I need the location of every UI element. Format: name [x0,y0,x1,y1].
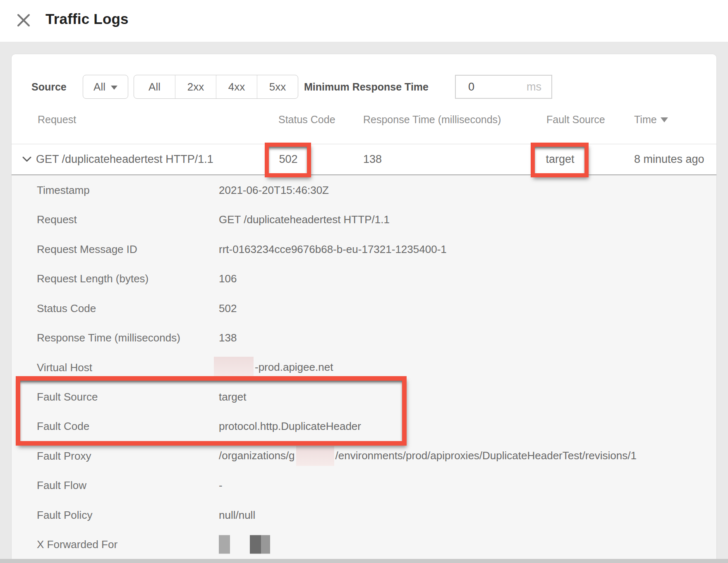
detail-label: Fault Flow [37,479,86,492]
detail-label: Fault Proxy [37,449,91,462]
detail-value-text: /environments/prod/apiproxies/DuplicateH… [335,449,637,462]
detail-row-request-message-id: Request Message ID rrt-0163234cce9676b68… [12,234,716,264]
min-response-time-label: Minimum Response Time [304,75,429,99]
log-detail-panel: Timestamp 2021-06-20T15:46:30Z Request G… [12,174,716,559]
detail-row-request-length: Request Length (bytes) 106 [12,264,716,293]
row-request: GET /duplicateheadertest HTTP/1.1 [36,144,213,174]
log-row[interactable]: GET /duplicateheadertest HTTP/1.1 502 13… [12,144,716,174]
detail-value: /organizations/g /environments/prod/apip… [219,446,637,466]
detail-value: GET /duplicateheadertest HTTP/1.1 [219,213,390,226]
page-title: Traffic Logs [46,11,129,27]
detail-label: X Forwarded For [37,538,117,551]
row-time: 8 minutes ago [634,144,704,174]
sort-descending-icon [661,117,668,122]
detail-label: Response Time (milliseconds) [37,332,180,344]
source-dropdown[interactable]: All [83,75,128,99]
column-header-request: Request [38,112,76,127]
detail-label: Status Code [37,302,96,315]
min-response-time-unit: ms [527,81,541,93]
detail-value-text: /organizations/g [219,449,295,462]
column-header-status-code: Status Code [278,112,335,127]
redaction-block [219,535,230,554]
status-filter-5xx[interactable]: 5xx [257,75,298,98]
column-header-time-sort[interactable]: Time [634,112,668,127]
detail-label: Virtual Host [37,361,92,374]
chevron-expand-icon[interactable] [22,156,31,164]
detail-row-fault-code: Fault Code protocol.http.DuplicateHeader [12,412,716,441]
detail-value: rrt-0163234cce9676b68-b-eu-17321-1235400… [219,243,447,255]
detail-row-timestamp: Timestamp 2021-06-20T15:46:30Z [12,175,716,205]
detail-row-status-code: Status Code 502 [12,293,716,323]
column-header-time-label: Time [634,112,657,127]
top-header: Traffic Logs [0,0,728,42]
close-button[interactable] [14,11,33,30]
close-icon [15,24,32,30]
detail-label: Fault Policy [37,508,92,521]
detail-value: 106 [219,272,237,285]
source-label: Source [31,75,67,99]
redaction-block [214,357,254,378]
detail-label: Fault Code [37,420,89,433]
detail-value: 2021-06-20T15:46:30Z [219,184,329,196]
detail-row-fault-source: Fault Source target [12,382,716,411]
detail-row-request: Request GET /duplicateheadertest HTTP/1.… [12,205,716,234]
row-fault-source: target [531,144,589,174]
source-dropdown-value: All [93,81,105,93]
detail-label: Fault Source [37,391,98,403]
detail-row-response-time: Response Time (milliseconds) 138 [12,323,716,352]
detail-value: 502 [219,302,237,315]
detail-label: Request Length (bytes) [37,272,148,285]
page-bottom-edge [0,559,728,563]
row-status-code: 502 [265,144,311,174]
redaction-block [250,535,270,554]
detail-row-fault-flow: Fault Flow - [12,471,716,500]
status-filter-all[interactable]: All [134,75,175,98]
status-filter-2xx[interactable]: 2xx [175,75,216,98]
status-filter-4xx[interactable]: 4xx [216,75,257,98]
detail-row-fault-proxy: Fault Proxy /organizations/g /environmen… [12,441,716,470]
detail-label: Timestamp [37,184,90,196]
min-response-time-field: ms [455,75,552,99]
redaction-block [296,446,334,466]
detail-value: - [219,479,223,492]
column-header-fault-source: Fault Source [546,112,605,127]
chevron-down-icon [111,86,117,90]
min-response-time-input[interactable] [456,81,505,93]
detail-value: 138 [219,332,237,344]
detail-label: Request Message ID [37,243,137,255]
detail-value: -prod.apigee.net [219,357,333,378]
column-header-response-time: Response Time (milliseconds) [363,112,501,127]
status-filter-group: All 2xx 4xx 5xx [134,75,298,99]
detail-value: target [219,391,247,403]
row-response-time: 138 [363,144,382,174]
detail-row-fault-policy: Fault Policy null/null [12,500,716,530]
detail-row-x-forwarded-for: X Forwarded For [12,530,716,559]
detail-label: Request [37,213,77,226]
traffic-logs-panel: Source All All 2xx 4xx 5xx Minimum Respo… [11,54,717,559]
detail-value-text: -prod.apigee.net [255,361,333,374]
detail-value: protocol.http.DuplicateHeader [219,420,361,433]
detail-row-virtual-host: Virtual Host -prod.apigee.net [12,353,716,382]
detail-value: null/null [219,508,255,521]
detail-value [219,535,270,554]
